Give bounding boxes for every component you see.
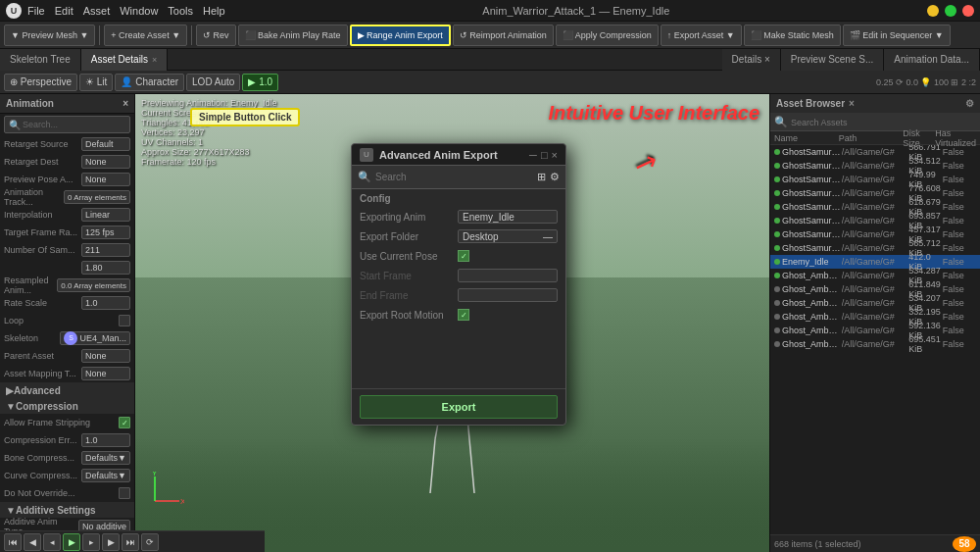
resampled-input[interactable]: 0.0 Array elements [57,278,130,292]
export-asset-button[interactable]: ↑ Export Asset ▼ [661,25,742,46]
asset-row[interactable]: Ghost_Ambush0 /All/Game/G# 332.195 KiB F… [770,310,980,324]
asset-row[interactable]: GhostSamurai_Execute0 /All/Game/G# 618.6… [770,200,980,214]
retarget-source-input[interactable]: Default [81,137,130,151]
asset-row[interactable]: Enemy_Idle /All/Game/G# 412.0 KiB False [770,255,980,269]
asset-row[interactable]: GhostSamurai_Execute0 /All/Game/G# 776.6… [770,186,980,200]
maximize-button[interactable] [945,5,956,17]
advanced-section[interactable]: ▶ Advanced [0,382,134,398]
animation-data-tab[interactable]: Animation Data... [884,49,980,71]
preview-mesh-button[interactable]: ▼ Preview Mesh ▼ [4,25,95,46]
export-root-motion-row: Export Root Motion ✓ [360,306,558,324]
close-button[interactable] [962,5,974,17]
export-root-motion-checkbox[interactable]: ✓ [458,309,469,321]
perspective-button[interactable]: ⊕ Perspective [4,74,77,91]
menu-help[interactable]: Help [203,5,225,17]
asset-row[interactable]: GhostSamurai_Execute0 /All/Game/G# 457.3… [770,227,980,241]
asset-row[interactable]: Ghost_Ambush0 /All/Game/G# 534.287 KiB F… [770,269,980,282]
additive-settings-section[interactable]: ▼ Additive Settings [0,502,134,518]
dialog-maximize-button[interactable]: □ [541,149,548,161]
lit-button[interactable]: ☀ Lit [79,74,113,91]
title-text: Anim_Warrior_Attack_1 — Enemy_Idle [225,5,927,17]
viewport[interactable]: Previewing Animation: Enemy_Idle Current… [135,94,769,552]
curve-compress-input[interactable]: Defaults▼ [81,469,130,482]
separator [191,25,192,45]
compression-error-row: Compression Err... 1.0 [0,431,134,449]
loop-checkbox[interactable] [119,315,130,326]
create-asset-button[interactable]: + Create Asset ▼ [104,25,187,46]
export-button[interactable]: Export [360,395,558,419]
num-samples-input[interactable]: 211 [81,243,130,257]
asset-row[interactable]: Ghost_Ambush0 /All/Game/G# 611.849 KiB F… [770,282,980,296]
interpolation-input[interactable]: Linear [81,208,130,222]
seq-length-input[interactable]: 1.80 [81,261,130,275]
asset-status-dot [774,176,780,182]
asset-details-tab[interactable]: Asset Details × [81,49,169,71]
menu-window[interactable]: Window [120,5,158,17]
annotation-container: Simple Button Click [190,108,300,126]
target-frame-input[interactable]: 125 fps [81,226,130,239]
asset-status-dot [774,273,780,278]
retarget-dest-input[interactable]: None [81,155,130,169]
asset-row[interactable]: GhostSamurai_Execute0 /All/Game/G# 534.5… [770,159,980,173]
do-not-override-checkbox[interactable] [119,487,130,499]
menu-file[interactable]: File [27,5,45,17]
asset-row[interactable]: GhostSamurai_Execute0 /All/Game/G# 565.7… [770,241,980,255]
asset-row[interactable]: GhostSamurai_Execute0 /All/Game/G# 749.9… [770,173,980,186]
asset-status-dot [774,314,780,320]
rate-scale-row: Rate Scale 1.0 [0,294,134,312]
dialog-grid-icon[interactable]: ⊞ [537,171,546,183]
parent-asset-input[interactable]: None [81,349,130,363]
menu-bar[interactable]: File Edit Asset Window Tools Help [27,5,225,17]
reimport-button[interactable]: ↺ Rev [196,25,236,46]
panel-close-icon[interactable]: × [122,98,128,109]
use-current-pose-checkbox[interactable]: ✓ [458,250,469,262]
preview-scene-tab[interactable]: Preview Scene S... [781,49,884,71]
range-anim-export-button[interactable]: ▶ Range Anim Export [350,25,451,46]
edit-in-sequencer-button[interactable]: 🎬 Edit in Sequencer ▼ [843,25,951,46]
asset-browser-options-icon[interactable]: ⚙ [965,98,974,109]
details-tab[interactable]: Details × [722,49,781,71]
menu-tools[interactable]: Tools [168,5,193,17]
asset-row[interactable]: GhostSamurai_Execute0 /All/Game/G# 693.8… [770,214,980,227]
apply-compression-button[interactable]: ⬛ Apply Compression [556,25,659,46]
character-button[interactable]: 👤 Character [115,74,184,91]
asset-row[interactable]: Ghost_Ambush0 /All/Game/G# 592.136 KiB F… [770,324,980,337]
skeleton-tree-tab[interactable]: Skeleton Tree [0,49,81,71]
rate-scale-input[interactable]: 1.0 [81,296,130,310]
asset-row[interactable]: Ghost_Ambush0 /All/Game/G# 695.451 KiB F… [770,337,980,351]
window-controls[interactable] [927,5,974,17]
reimport-anim-button[interactable]: ↺ Reimport Animation [453,25,554,46]
asset-status-dot [774,149,780,155]
skeleton-input[interactable]: S UE4_Man... [60,331,130,345]
dialog-search-bar[interactable]: 🔍 ⊞ ⚙ [352,166,565,189]
asset-row[interactable]: Ghost_Ambush0 /All/Game/G# 534.207 KiB F… [770,296,980,310]
allow-frame-strip-checkbox[interactable]: ✓ [119,417,130,428]
browse-folder-button[interactable]: — [543,231,553,242]
bone-compress-input[interactable]: Defaults▼ [81,451,130,465]
lod-auto-button[interactable]: LOD Auto [186,74,240,91]
compression-section[interactable]: ▼ Compression [0,398,134,414]
make-static-mesh-button[interactable]: ⬛ Make Static Mesh [744,25,841,46]
bake-anim-button[interactable]: ⬛ Bake Anim Play Rate [238,25,348,46]
dialog-close-button[interactable]: × [552,149,558,161]
compression-error-input[interactable]: 1.0 [81,433,130,447]
minimize-button[interactable] [927,5,939,17]
dialog-minimize-button[interactable]: ─ [529,149,537,161]
dialog-search-icon: 🔍 [358,171,371,183]
tab-close-icon[interactable]: × [152,55,157,65]
advanced-anim-export-dialog[interactable]: U Advanced Anim Export ─ □ × 🔍 ⊞ ⚙ Confi… [351,143,566,426]
play-rate-button[interactable]: ▶ 1.0 [242,74,278,91]
asset-browser-close-icon[interactable]: × [849,98,855,109]
ab-search-input[interactable] [791,118,976,127]
anim-track-input[interactable]: 0 Array elements [64,190,130,204]
animation-search[interactable]: 🔍 Search... [4,116,130,133]
preview-pose-input[interactable]: None [81,173,130,186]
export-folder-value[interactable]: Desktop — [458,229,558,243]
dialog-gear-icon[interactable]: ⚙ [550,171,560,183]
menu-edit[interactable]: Edit [55,5,74,17]
seq-length-row: 1.80 [0,259,134,276]
dialog-search-input[interactable] [375,172,533,182]
asset-row[interactable]: GhostSamurai_Execute0 /All/Game/G# 566.7… [770,145,980,159]
asset-mapping-input[interactable]: None [81,367,130,380]
menu-asset[interactable]: Asset [83,5,111,17]
